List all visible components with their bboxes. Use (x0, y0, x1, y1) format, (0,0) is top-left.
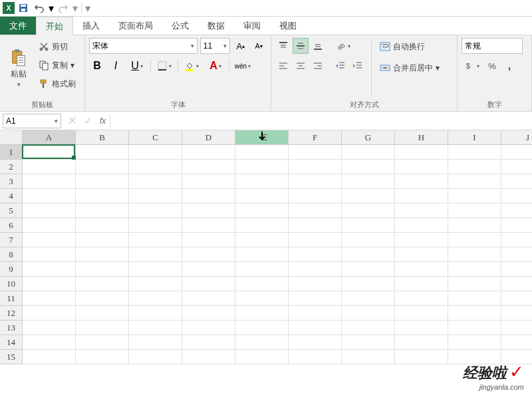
cell[interactable] (448, 277, 501, 291)
cell[interactable] (448, 233, 501, 247)
cell[interactable] (448, 218, 501, 233)
cell[interactable] (76, 277, 129, 291)
redo-button[interactable] (56, 1, 70, 15)
cell[interactable] (76, 174, 129, 189)
cell[interactable] (501, 335, 532, 350)
cell[interactable] (235, 262, 289, 277)
row-header-11[interactable]: 11 (0, 291, 23, 306)
cell[interactable] (182, 218, 235, 233)
cell[interactable] (395, 233, 448, 247)
cell[interactable] (76, 335, 129, 350)
cell[interactable] (129, 321, 182, 335)
cell[interactable] (76, 306, 129, 321)
cell[interactable] (395, 189, 448, 203)
cell[interactable] (395, 306, 448, 321)
cell[interactable] (448, 247, 501, 262)
cell[interactable] (289, 321, 342, 335)
cell[interactable] (235, 335, 289, 350)
cell[interactable] (235, 277, 289, 291)
cell[interactable] (501, 321, 532, 335)
cell[interactable] (395, 277, 448, 291)
cell[interactable] (182, 233, 235, 247)
row-header-2[interactable]: 2 (0, 160, 23, 174)
cell[interactable] (129, 350, 182, 364)
cell[interactable] (76, 321, 129, 335)
row-header-10[interactable]: 10 (0, 277, 23, 291)
cell[interactable] (23, 145, 76, 160)
cell[interactable] (23, 321, 76, 335)
align-top-button[interactable] (275, 38, 291, 54)
undo-button[interactable] (32, 1, 47, 15)
cell[interactable] (129, 203, 182, 218)
cell[interactable] (23, 160, 76, 174)
cell[interactable] (395, 160, 448, 174)
cell[interactable] (182, 160, 235, 174)
decrease-indent-button[interactable] (332, 58, 348, 74)
cell[interactable] (501, 174, 532, 189)
row-header-15[interactable]: 15 (0, 350, 23, 364)
cell[interactable] (395, 321, 448, 335)
cell[interactable] (235, 145, 289, 160)
cell[interactable] (342, 160, 395, 174)
column-header-E[interactable]: E (235, 130, 289, 145)
cell[interactable] (342, 306, 395, 321)
cell[interactable] (395, 262, 448, 277)
formula-input[interactable] (110, 114, 532, 128)
row-header-5[interactable]: 5 (0, 203, 23, 218)
row-header-12[interactable]: 12 (0, 306, 23, 321)
number-format-combo[interactable]: 常规 (462, 38, 523, 54)
cell[interactable] (182, 262, 235, 277)
cell[interactable] (182, 350, 235, 364)
cell[interactable] (235, 233, 289, 247)
cell[interactable] (342, 233, 395, 247)
align-bottom-button[interactable] (310, 38, 326, 54)
cell[interactable] (182, 335, 235, 350)
tab-data[interactable]: 数据 (198, 17, 234, 35)
cell[interactable] (289, 247, 342, 262)
cell[interactable] (235, 160, 289, 174)
cell[interactable] (395, 291, 448, 306)
bold-button[interactable]: B (89, 58, 105, 74)
cell[interactable] (448, 189, 501, 203)
tab-formulas[interactable]: 公式 (162, 17, 198, 35)
cell[interactable] (76, 233, 129, 247)
cell[interactable] (182, 189, 235, 203)
cell[interactable] (342, 189, 395, 203)
column-header-I[interactable]: I (448, 130, 501, 145)
row-header-7[interactable]: 7 (0, 233, 23, 247)
cell[interactable] (76, 189, 129, 203)
cell[interactable] (289, 218, 342, 233)
select-all-corner[interactable] (0, 130, 23, 145)
cell[interactable] (289, 306, 342, 321)
column-header-C[interactable]: C (129, 130, 182, 145)
tab-page-layout[interactable]: 页面布局 (109, 17, 162, 35)
border-button[interactable]: ▾ (154, 58, 175, 74)
cell[interactable] (76, 350, 129, 364)
cell[interactable] (129, 160, 182, 174)
cell[interactable] (501, 160, 532, 174)
accounting-format-button[interactable]: $▾ (462, 58, 483, 74)
cell[interactable] (342, 350, 395, 364)
fx-icon[interactable]: fx (96, 116, 110, 126)
cell[interactable] (76, 247, 129, 262)
cell[interactable] (23, 306, 76, 321)
align-center-button[interactable] (293, 58, 309, 74)
column-header-J[interactable]: J (501, 130, 532, 145)
cell[interactable] (395, 145, 448, 160)
cell[interactable] (395, 174, 448, 189)
column-header-F[interactable]: F (289, 130, 342, 145)
cancel-formula-button[interactable]: ✕ (64, 114, 80, 128)
font-color-button[interactable]: A▾ (205, 58, 226, 74)
cell[interactable] (235, 218, 289, 233)
row-header-3[interactable]: 3 (0, 174, 23, 189)
column-header-G[interactable]: G (342, 130, 395, 145)
fill-color-button[interactable]: ▾ (181, 58, 202, 74)
format-painter-button[interactable]: 格式刷 (36, 75, 78, 92)
cell[interactable] (129, 218, 182, 233)
cell[interactable] (289, 350, 342, 364)
cell[interactable] (182, 321, 235, 335)
cell[interactable] (182, 291, 235, 306)
cell[interactable] (129, 306, 182, 321)
paste-button[interactable]: 粘贴 ▾ (4, 38, 33, 98)
cell[interactable] (501, 291, 532, 306)
